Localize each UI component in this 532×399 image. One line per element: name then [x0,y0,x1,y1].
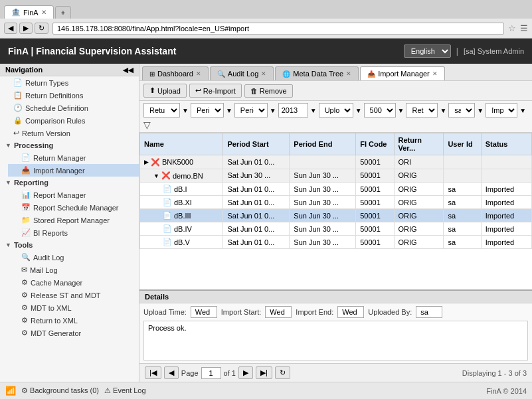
filter-status[interactable]: Impo [486,103,517,118]
filter-expand-2[interactable]: ▼ [226,107,232,114]
reimport-button[interactable]: ↩ Re-Import [189,84,242,98]
filter-expand-9[interactable]: ▼ [519,107,526,114]
remove-icon: 🗑 [250,87,258,95]
tab-audit-log[interactable]: 🔍 Audit Log ✕ [210,66,274,80]
sidebar-group-processing[interactable]: ▼ Processing [0,139,139,151]
page-controls: |◀ ◀ Page of 1 ▶ ▶| ↻ [145,366,290,379]
tab-import-manager[interactable]: 📥 Import Manager ✕ [360,66,445,80]
col-header-return-ver: Return Ver... [394,133,444,155]
sidebar-item-stored-report-manager[interactable]: 📁 Stored Report Manager [8,214,139,226]
browser-new-tab[interactable]: + [55,6,71,19]
filter-user[interactable]: sa [448,103,475,118]
tab-dashboard-label: Dashboard [157,70,193,78]
table-row[interactable]: ▼ ❌ demo.BN Sat Jun 30 ... Sun Jun 30 ..… [140,169,532,183]
page-first-button[interactable]: |◀ [145,366,161,379]
sidebar-item-return-types[interactable]: 📄 Return Types [0,76,139,89]
filter-expand-1[interactable]: ▼ [182,107,189,114]
filter-upload[interactable]: Uploc [319,103,353,118]
remove-button[interactable]: 🗑 Remove [244,84,293,98]
filter-year[interactable] [278,103,308,118]
row-expand-icon[interactable]: ▼ [153,173,159,179]
dashboard-tab-close[interactable]: ✕ [196,70,201,77]
page-prev-button[interactable]: ◀ [164,366,179,379]
sidebar-item-bi-reports[interactable]: 📈 BI Reports [8,226,139,239]
sidebar-group-reporting-items: 📊 Report Manager 📅 Report Schedule Manag… [0,189,139,239]
sidebar-item-comparison-rules[interactable]: 🔒 Comparison Rules [0,114,139,127]
url-bar[interactable] [52,23,504,35]
sidebar-item-release-st-mdt[interactable]: ⚙ Release ST and MDT [8,289,139,301]
sidebar-group-reporting[interactable]: ▼ Reporting [0,177,139,189]
filter-expand-4[interactable]: ▼ [310,107,317,114]
filter-fi-code[interactable]: 5000 [364,103,396,118]
sidebar-group-tools[interactable]: ▼ Tools [0,239,139,251]
sidebar-item-mdt-generator[interactable]: ⚙ MDT Generator [8,327,139,339]
filter-expand-7[interactable]: ▼ [440,107,446,114]
col-header-fi-code: FI Code [356,133,394,155]
sidebar-item-return-manager[interactable]: 📄 Return Manager [8,151,139,164]
data-table: Name Period Start Period End FI Code Ret… [139,133,532,249]
page-last-button[interactable]: ▶| [256,366,272,379]
event-log-label[interactable]: ⚠ Event Log [104,386,146,395]
filter-funnel-icon[interactable]: ▽ [143,120,151,130]
sidebar-item-report-schedule-manager[interactable]: 📅 Report Schedule Manager [8,201,139,214]
table-row[interactable]: 📄 dB.IV Sat Jun 01 0... Sun Jun 30 ... 5… [140,222,532,236]
sidebar-label-return-to-xml: Return to XML [31,317,78,325]
status-left: 📶 ⚙ Background tasks (0) ⚠ Event Log [5,386,146,396]
audit-log-tab-close[interactable]: ✕ [261,70,266,77]
sidebar-group-processing-items: 📄 Return Manager 📥 Import Manager [0,151,139,177]
import-manager-tab-close[interactable]: ✕ [432,70,438,77]
filter-return-type[interactable]: Retu [143,103,180,118]
cell-return-ver: ORIG [394,236,444,249]
page-number-input[interactable] [201,367,221,379]
sidebar-item-audit-log[interactable]: 🔍 Audit Log [8,251,139,264]
menu-icon[interactable]: ☰ [520,23,528,33]
tab-close-icon[interactable]: ✕ [41,9,46,16]
sidebar-item-mail-log[interactable]: ✉ Mail Log [8,264,139,276]
meta-data-tree-tab-close[interactable]: ✕ [346,70,351,77]
table-row[interactable]: ▶ ❌ BNK5000 Sat Jun 01 0... 50001 ORI [140,155,532,169]
page-label: Page [181,369,199,377]
filter-expand-6[interactable]: ▼ [398,107,404,114]
import-start-label: Import Start: [221,308,262,316]
forward-button[interactable]: ▶ [19,23,33,34]
sidebar-item-report-manager[interactable]: 📊 Report Manager [8,189,139,201]
sidebar-label-cache-manager: Cache Manager [31,279,82,287]
tab-meta-data-tree[interactable]: 🌐 Meta Data Tree ✕ [275,66,359,80]
sidebar-label-mdt-generator: MDT Generator [31,329,81,337]
sidebar-item-return-to-xml[interactable]: ⚙ Return to XML [8,314,139,327]
row-expand-icon[interactable]: ▶ [144,159,149,165]
upload-button[interactable]: ⬆ Upload [143,84,187,98]
cell-period-start: Sat Jun 30 ... [223,169,290,183]
sidebar-item-mdt-to-xml[interactable]: ⚙ MDT to XML [8,301,139,314]
refresh-button[interactable]: ↻ [35,23,48,34]
table-row[interactable]: 📄 dB.XI Sat Jun 01 0... Sun Jun 30 ... 5… [140,196,532,209]
sidebar-item-return-definitions[interactable]: 📋 Return Definitions [0,89,139,102]
sidebar-item-cache-manager[interactable]: ⚙ Cache Manager [8,276,139,289]
table-row[interactable]: 📄 dB.V Sat Jun 01 0... Sun Jun 30 ... 50… [140,236,532,249]
table-row[interactable]: 📄 dB.I Sat Jun 01 0... Sun Jun 30 ... 50… [140,183,532,196]
browser-tab[interactable]: 🏦 FinA ✕ [4,5,54,19]
return-definitions-icon: 📋 [13,91,23,100]
filter-period-1[interactable]: Perio [191,103,224,118]
sidebar-item-schedule-definition[interactable]: 🕐 Schedule Definition [0,102,139,114]
page-next-button[interactable]: ▶ [238,366,253,379]
uploaded-by-value: sa [416,306,442,318]
language-selector[interactable]: English [404,44,451,58]
bookmark-icon[interactable]: ☆ [508,23,516,33]
back-button[interactable]: ◀ [4,23,17,34]
filter-expand-3[interactable]: ▼ [270,107,276,114]
filter-expand-5[interactable]: ▼ [355,107,362,114]
row-file-icon: 📄 [163,185,172,193]
table-row[interactable]: 📄 dB.III Sat Jun 01 0... Sun Jun 30 ... … [140,209,532,222]
sidebar-item-return-version[interactable]: ↩ Return Version [0,127,139,139]
page-refresh-button[interactable]: ↻ [275,366,290,379]
background-tasks-label[interactable]: ⚙ Background tasks (0) [21,386,99,395]
tab-dashboard[interactable]: ⊞ Dashboard ✕ [142,66,209,80]
filter-expand-8[interactable]: ▼ [477,107,484,114]
col-header-period-start: Period Start [223,133,290,155]
sidebar-collapse-btn[interactable]: ◀◀ [123,66,133,74]
filter-period-2[interactable]: Perio [234,103,268,118]
tab-favicon: 🏦 [11,8,21,17]
sidebar-item-import-manager[interactable]: 📥 Import Manager [8,164,139,177]
filter-return-ver[interactable]: Retu [406,103,438,118]
